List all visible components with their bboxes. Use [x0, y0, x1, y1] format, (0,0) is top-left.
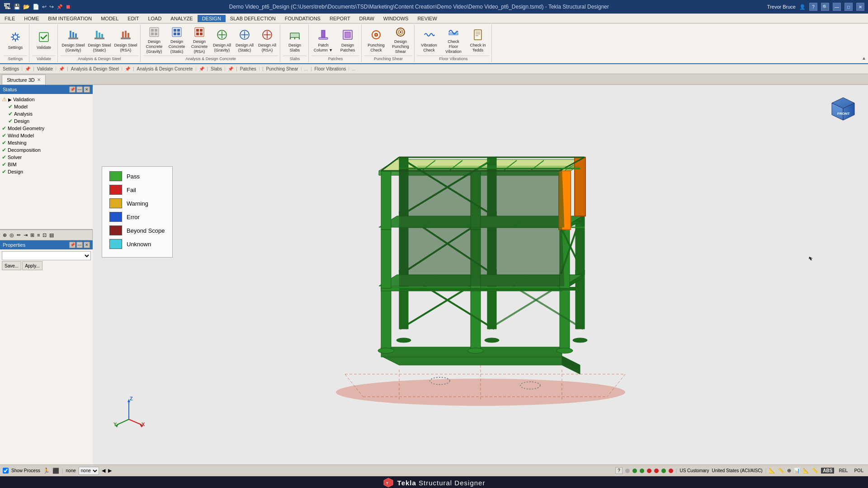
menu-edit[interactable]: EDIT: [123, 15, 143, 22]
close-btn[interactable]: ✕: [856, 3, 864, 11]
menu-design[interactable]: DESIGN: [198, 15, 226, 22]
menu-report[interactable]: REPORT: [325, 15, 355, 22]
status-close-btn[interactable]: ✕: [84, 86, 90, 93]
statusbar-icon2[interactable]: ⬛: [52, 468, 59, 474]
design-concrete-rsa-btn[interactable]: Design Concrete (RSA): [189, 27, 210, 54]
panel-tb-icon3[interactable]: ✏: [16, 232, 22, 238]
punching-group-label-row: Punching Shear: [266, 66, 301, 71]
tree-expand-validation[interactable]: ▶: [8, 97, 12, 102]
props-pin-btn[interactable]: 📌: [69, 242, 75, 248]
pin-icon-validate[interactable]: 📌: [59, 66, 64, 71]
pin-icon-slabs[interactable]: 📌: [228, 66, 233, 71]
pin-btn[interactable]: 📌: [57, 4, 63, 10]
search-btn[interactable]: 🔍: [821, 3, 829, 11]
ribbon-collapse[interactable]: ▲: [862, 24, 866, 62]
panel-tb-icon2[interactable]: ◎: [9, 232, 15, 238]
menu-slab[interactable]: SLAB DEFLECTION: [226, 15, 280, 22]
tab-close-icon[interactable]: ✕: [37, 77, 41, 82]
menu-draw[interactable]: DRAW: [355, 15, 379, 22]
menu-review[interactable]: REVIEW: [413, 15, 441, 22]
design-all-rsa-btn[interactable]: Design All (RSA): [256, 27, 278, 54]
validate-btn[interactable]: Validate: [32, 27, 56, 54]
structure-3d-tab[interactable]: Structure 3D ✕: [2, 75, 46, 84]
panel-tb-icon4[interactable]: ⇥: [23, 232, 28, 238]
menu-load[interactable]: LOAD: [143, 15, 166, 22]
design-steel-static-btn[interactable]: Design Steel (Static): [87, 27, 112, 54]
patch-column-btn[interactable]: Patch Column ▼: [311, 27, 335, 54]
help-btn[interactable]: ?: [809, 3, 817, 11]
panel-tb-icon1[interactable]: ⊕: [2, 232, 8, 238]
design-patches-btn[interactable]: Design Patches: [336, 27, 359, 54]
rel-btn[interactable]: REL: [837, 468, 849, 474]
panel-tb-icon8[interactable]: ▤: [48, 232, 55, 238]
tree-item-wind-model[interactable]: ✔ Wind Model: [2, 132, 91, 139]
menu-analyze[interactable]: ANALYZE: [166, 15, 197, 22]
pin-icon-concrete[interactable]: 📌: [199, 66, 204, 71]
check-floor-vibration-btn[interactable]: Check Floor Vibration: [442, 27, 465, 54]
design-steel-rsa-btn[interactable]: Design Steel (RSA): [113, 27, 138, 54]
vibration-check-btn[interactable]: Vibration Check: [417, 27, 441, 54]
props-close-btn[interactable]: ✕: [84, 242, 90, 248]
design-all-gravity-btn[interactable]: Design All (Gravity): [211, 27, 233, 54]
status-pin-btn[interactable]: 📌: [69, 86, 75, 93]
prev-page-btn[interactable]: ◀: [102, 468, 105, 474]
pin-icon-steel[interactable]: 📌: [125, 66, 130, 71]
design-steel-gravity-btn[interactable]: Design Steel (Gravity): [61, 27, 86, 54]
pin-icon-settings[interactable]: 📌: [25, 66, 30, 71]
tree-item-validation[interactable]: ⚠ ▶ Validation: [2, 96, 91, 103]
design-all-static-btn[interactable]: Design All (Static): [234, 27, 255, 54]
panel-tb-icon5[interactable]: ⊞: [29, 232, 35, 238]
cube-gizmo[interactable]: FRONT: [827, 94, 859, 126]
show-process-checkbox[interactable]: [3, 468, 9, 474]
pol-btn[interactable]: POL: [852, 468, 865, 474]
design-concrete-gravity-btn[interactable]: Design Concrete (Gravity): [143, 27, 165, 54]
tree-item-meshing[interactable]: ✔ Meshing: [2, 139, 91, 146]
panel-tb-icon7[interactable]: ⊡: [42, 232, 47, 238]
tree-item-decomposition[interactable]: ✔ Decomposition: [2, 146, 91, 154]
properties-dropdown[interactable]: [2, 251, 91, 260]
menu-windows[interactable]: WINDOWS: [379, 15, 413, 22]
tree-item-analysis[interactable]: ✔ Analysis: [8, 110, 91, 117]
statusbar-icon1[interactable]: 🏃: [43, 468, 50, 474]
check-in-tedds-btn[interactable]: Check in Tedds: [466, 27, 490, 54]
settings-btn[interactable]: Settings: [4, 27, 27, 54]
stop-btn[interactable]: ⏹: [66, 4, 71, 10]
quick-access-new[interactable]: 📄: [33, 4, 39, 10]
quick-access-open[interactable]: 📂: [23, 4, 30, 10]
menu-file[interactable]: FILE: [0, 15, 19, 22]
tree-check-bim: ✔: [2, 161, 6, 168]
panel-tb-icon6[interactable]: ≡: [36, 232, 41, 238]
design-concrete-static-btn[interactable]: Design Concrete (Static): [166, 27, 188, 54]
show-process-label[interactable]: Show Process: [11, 468, 40, 473]
redo-btn[interactable]: ↪: [49, 4, 54, 10]
minimize-btn[interactable]: —: [833, 3, 841, 11]
save-btn[interactable]: Save...: [2, 261, 21, 270]
design-slabs-btn[interactable]: Design Slabs: [283, 27, 307, 54]
punching-check-btn[interactable]: Punching Check: [364, 27, 388, 54]
quick-access-save[interactable]: 💾: [14, 4, 20, 10]
svg-rect-26: [200, 29, 203, 32]
undo-btn[interactable]: ↩: [42, 4, 47, 10]
viewport[interactable]: Pass Fail Warning Error Beyond Scope Unk…: [93, 85, 868, 465]
expand-vibration[interactable]: ...: [352, 66, 355, 71]
props-minimize-btn[interactable]: —: [76, 242, 83, 248]
status-minimize-btn[interactable]: —: [76, 86, 83, 93]
abs-btn[interactable]: ABS: [821, 468, 834, 474]
tree-item-design[interactable]: ✔ Design: [8, 117, 91, 125]
menu-bim[interactable]: BIM INTEGRATION: [43, 15, 96, 22]
tree-item-bim[interactable]: ✔ BIM: [2, 161, 91, 168]
design-punching-shear-btn[interactable]: Design Punching Shear: [389, 27, 412, 54]
help-btn-statusbar[interactable]: ?: [615, 467, 623, 474]
tree-item-solver[interactable]: ✔ Solver: [2, 154, 91, 161]
apply-btn[interactable]: Apply...: [22, 261, 42, 270]
menu-foundations[interactable]: FOUNDATIONS: [280, 15, 325, 22]
next-page-btn[interactable]: ▶: [108, 468, 112, 474]
menu-home[interactable]: HOME: [19, 15, 43, 22]
tree-item-model[interactable]: ✔ Model: [8, 103, 91, 110]
maximize-btn[interactable]: □: [844, 3, 853, 11]
expand-punching[interactable]: ...: [304, 66, 308, 71]
menu-model[interactable]: MODEL: [96, 15, 123, 22]
process-selector[interactable]: none: [79, 467, 99, 475]
tree-item-design2[interactable]: ✔ Design: [2, 168, 91, 175]
tree-item-model-geometry[interactable]: ✔ Model Geometry: [2, 125, 91, 132]
